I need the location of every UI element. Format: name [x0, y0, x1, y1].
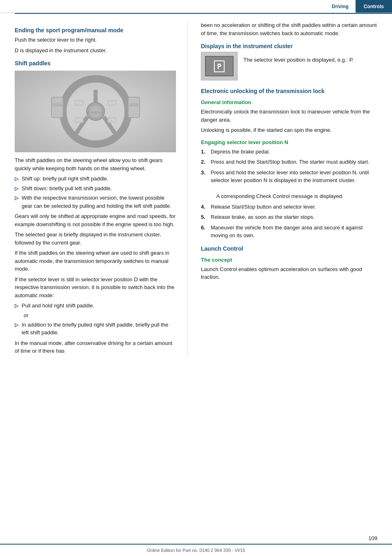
paddles-para4: If the selector lever is still in select… [15, 276, 176, 300]
bullet-arrow-icon: ▷ [15, 302, 18, 309]
general-text1: Electronically unlock the transmission l… [201, 108, 381, 124]
shift-paddles-section: Shift paddles [15, 60, 176, 355]
sub-bullet-text: Pull and hold right shift paddle. [22, 302, 94, 310]
step-content: Press and hold the Start/Stop button. Th… [211, 158, 381, 166]
bullet-item: ▷ Shift down: briefly pull left shift pa… [15, 185, 176, 193]
displays-heading: Displays in the instrument cluster [201, 43, 381, 49]
step-number: 1. [201, 148, 207, 156]
concept-text: Launch Control enables optimum accelerat… [201, 265, 381, 281]
top-line [15, 13, 392, 14]
sub-bullet-text-2: In addition to the briefly pulled right … [22, 321, 176, 337]
svg-rect-11 [108, 100, 116, 105]
step-item: 4. Release Start/Stop button and selecto… [201, 203, 381, 211]
step-number: 5. [201, 213, 207, 221]
step-item: 3. Press and hold the selector lever int… [201, 169, 381, 200]
cluster-image: P [201, 52, 238, 80]
ending-text1: Push the selector lever to the right. [15, 36, 176, 44]
step-item: 5. Release brake, as soon as the starter… [201, 213, 381, 221]
paddles-bullets: ▷ Shift up: briefly pull right shift pad… [15, 175, 176, 210]
page-header: Driving Controls [0, 0, 392, 13]
p-display-text: P [217, 62, 222, 71]
controls-label: Controls [364, 4, 384, 9]
step-number: 4. [201, 203, 207, 211]
paddles-para2: The selected gear is briefly displayed i… [15, 231, 176, 247]
electronic-heading: Electronic unlocking of the transmission… [201, 88, 381, 94]
step-number: 2. [201, 158, 207, 166]
sub-bullets-2: ▷ In addition to the briefly pulled righ… [15, 321, 176, 337]
steering-img-inner: AIRBAG [15, 71, 176, 152]
step-number: 3. [201, 169, 207, 177]
step-content: Press and hold the selector lever into s… [211, 169, 381, 200]
header-driving: Driving [325, 0, 355, 13]
launch-heading: Launch Control [201, 245, 381, 252]
right-column: been no acceleration or shifting of the … [188, 21, 392, 358]
step-content: Depress the brake pedal. [211, 148, 381, 156]
electronic-section: Electronic unlocking of the transmission… [201, 88, 381, 240]
svg-rect-10 [75, 100, 83, 105]
bullet-item: ▷ With the respective transmission versi… [15, 194, 176, 210]
svg-rect-8 [128, 97, 140, 118]
main-content: Ending the sport program/manual mode Pus… [0, 13, 392, 366]
sub-bullet-item-2: ▷ In addition to the briefly pulled righ… [15, 321, 176, 337]
bullet-arrow-icon: ▷ [15, 321, 18, 329]
footer-text: Online Edition for Part no. 0140 2 964 3… [147, 548, 245, 553]
driving-label: Driving [332, 4, 348, 9]
bullet-arrow-icon: ▷ [15, 175, 18, 182]
step-item: 2. Press and hold the Start/Stop button.… [201, 158, 381, 166]
sub-bullets: ▷ Pull and hold right shift paddle. [15, 302, 176, 310]
svg-rect-13 [108, 118, 116, 122]
page-footer: Online Edition for Part no. 0140 2 964 3… [0, 544, 392, 556]
paddles-description: The shift paddles on the steering wheel … [15, 156, 176, 172]
svg-rect-7 [52, 103, 62, 107]
paddles-para5: In the manual mode, after conservative d… [15, 339, 176, 355]
shift-paddles-heading: Shift paddles [15, 60, 176, 67]
ending-text2: D is displayed in the instrument cluster… [15, 47, 176, 55]
step-item: 1. Depress the brake pedal. [201, 148, 381, 156]
bullet-arrow-icon: ▷ [15, 185, 18, 192]
bullet-text: Shift up: briefly pull right shift paddl… [22, 175, 108, 183]
svg-rect-6 [51, 97, 63, 118]
steering-wheel-image: AIRBAG [15, 71, 176, 152]
step-content: Maneuver the vehicle from the danger are… [211, 224, 381, 240]
engaging-heading: Engaging selector lever position N [201, 139, 381, 145]
cluster-img-inner: P [205, 56, 234, 76]
displays-section: Displays in the instrument cluster P The… [201, 43, 381, 82]
page-number: 109 [368, 535, 377, 541]
launch-section: Launch Control The concept Launch Contro… [201, 245, 381, 281]
continuation-text: been no acceleration or shifting of the … [201, 21, 381, 37]
svg-text:AIRBAG: AIRBAG [87, 111, 104, 114]
bullet-text: With the respective transmission version… [22, 194, 176, 210]
concept-heading: The concept [201, 257, 381, 263]
svg-rect-9 [129, 103, 139, 107]
step-content: Release Start/Stop button and selector l… [211, 203, 381, 211]
header-controls: Controls [356, 0, 392, 13]
left-column: Ending the sport program/manual mode Pus… [0, 21, 188, 358]
paddles-para3: If the shift paddles on the steering whe… [15, 249, 176, 273]
step-number: 6. [201, 224, 207, 232]
steps-list: 1. Depress the brake pedal. 2. Press and… [201, 148, 381, 240]
step-content: Release brake, as soon as the starter st… [211, 213, 381, 221]
step-item: 6. Maneuver the vehicle from the danger … [201, 224, 381, 240]
steering-wheel-svg: AIRBAG [30, 73, 161, 150]
bullet-item: ▷ Shift up: briefly pull right shift pad… [15, 175, 176, 183]
bullet-text: Shift down: briefly pull left shift padd… [22, 185, 112, 193]
general-info-heading: General information [201, 99, 381, 105]
bullet-arrow-icon: ▷ [15, 194, 18, 202]
ending-heading: Ending the sport program/manual mode [15, 27, 176, 33]
cluster-p-display: P [214, 60, 225, 72]
general-text2: Unlocking is possible, if the started ca… [201, 126, 381, 134]
sub-bullet-item: ▷ Pull and hold right shift paddle. [15, 302, 176, 310]
ending-section: Ending the sport program/manual mode Pus… [15, 27, 176, 54]
svg-rect-12 [75, 118, 83, 122]
cluster-section: P The selector lever position is display… [201, 52, 381, 82]
paddles-para1: Gears will only be shifted at appropriat… [15, 212, 176, 228]
or-text: or [24, 312, 176, 318]
